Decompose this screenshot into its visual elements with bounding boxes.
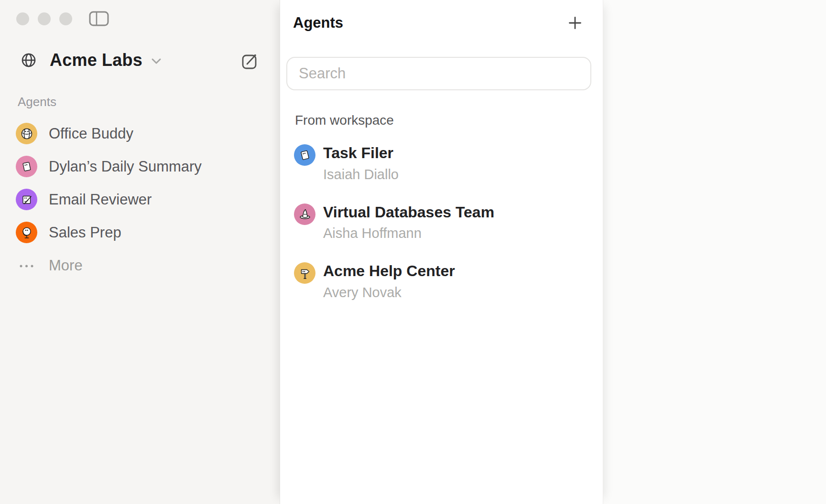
sales-prep-avatar (16, 222, 37, 243)
signpost-icon (298, 266, 312, 280)
workspace-agent-list: Task Filer Isaiah Diallo Virtual Databas… (294, 144, 593, 322)
search-bar (286, 57, 591, 90)
agent-owner: Aisha Hoffmann (323, 225, 494, 241)
desk-globe-icon (20, 225, 34, 240)
sidebar-section-label: Agents (18, 95, 56, 109)
agent-owner: Isaiah Diallo (323, 167, 399, 182)
sidebar-panel-icon (89, 11, 109, 26)
task-filer-avatar (294, 144, 315, 166)
agent-row-virtual-databases-team[interactable]: Virtual Databases Team Aisha Hoffmann (294, 204, 593, 242)
sidebar-item-label: More (49, 257, 83, 274)
office-buddy-avatar (16, 123, 37, 144)
ellipsis-icon (16, 255, 37, 276)
workspace-name: Acme Labs (50, 50, 142, 70)
agent-row-acme-help-center[interactable]: Acme Help Center Avery Novak (294, 262, 593, 300)
sidebar: Acme Labs Agents (0, 0, 280, 504)
note-icon (298, 148, 312, 162)
agent-name: Virtual Databases Team (323, 204, 494, 221)
ball-face-icon (20, 127, 34, 141)
chevron-down-icon (150, 56, 163, 67)
close-button[interactable] (16, 12, 29, 25)
agent-name: Task Filer (323, 145, 399, 161)
agents-panel: Agents From workspace (280, 0, 603, 504)
search-input[interactable] (286, 57, 591, 90)
sidebar-item-label: Sales Prep (49, 224, 121, 241)
workspace-switcher[interactable]: Acme Labs (20, 49, 163, 72)
sidebar-item-label: Dylan’s Daily Summary (49, 158, 202, 175)
sidebar-item-dylans-daily-summary[interactable]: Dylan’s Daily Summary (16, 150, 272, 183)
note-icon (20, 160, 34, 174)
sidebar-item-more[interactable]: More (16, 249, 272, 282)
sidebar-item-sales-prep[interactable]: Sales Prep (16, 216, 272, 249)
acme-help-center-avatar (294, 262, 315, 284)
zoom-button[interactable] (59, 12, 72, 25)
email-reviewer-avatar (16, 189, 37, 210)
dylans-daily-summary-avatar (16, 156, 37, 177)
agent-owner: Avery Novak (323, 285, 455, 300)
plus-icon (568, 16, 582, 30)
globe-icon (20, 52, 37, 69)
sidebar-toggle-button[interactable] (89, 11, 109, 26)
wizard-hat-icon (298, 207, 312, 221)
compose-button[interactable] (240, 51, 260, 71)
window-controls (16, 12, 72, 25)
compose-icon (240, 51, 260, 71)
add-agent-button[interactable] (568, 16, 582, 30)
sidebar-item-office-buddy[interactable]: Office Buddy (16, 117, 272, 150)
content-pane (603, 0, 826, 504)
virtual-databases-team-avatar (294, 204, 315, 225)
minimize-button[interactable] (38, 12, 51, 25)
checklist-icon (20, 193, 34, 207)
sidebar-item-label: Email Reviewer (49, 191, 152, 208)
agent-row-task-filer[interactable]: Task Filer Isaiah Diallo (294, 144, 593, 182)
sidebar-item-label: Office Buddy (49, 125, 133, 142)
agent-name: Acme Help Center (323, 263, 455, 279)
sidebar-agent-list: Office Buddy Dylan’s Daily Summary (16, 117, 272, 282)
panel-title: Agents (293, 14, 343, 32)
from-workspace-label: From workspace (295, 113, 394, 128)
sidebar-item-email-reviewer[interactable]: Email Reviewer (16, 183, 272, 216)
